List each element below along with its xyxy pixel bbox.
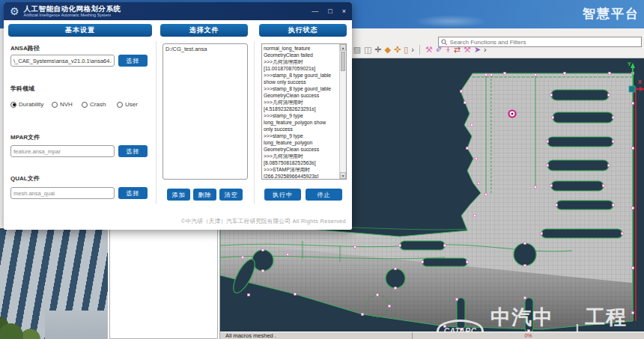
radio-dot-icon [10, 102, 16, 108]
radio-dot-icon [117, 102, 123, 108]
qual-file-input[interactable] [10, 187, 115, 199]
building-photo [0, 228, 108, 339]
domain-label: 学科领域 [10, 85, 34, 93]
ansa-path-label: ANSA路径 [10, 44, 40, 52]
platform-brand: 智慧平台 [583, 5, 640, 22]
radio-nvh[interactable]: NVH [52, 101, 82, 108]
copyright-footer: ©中汽研（天津）汽车工程研究院有限公司 All Rights Reserved [181, 218, 346, 225]
axis-x-label: X [638, 79, 642, 85]
delete-trash-icon[interactable]: ◫ [362, 44, 373, 55]
hammer-icon[interactable]: ⚒ [462, 44, 473, 55]
scrollbar-thumb[interactable] [341, 52, 345, 71]
boundary-lines [633, 73, 636, 321]
log-text: normal_long_feature GeometryClean failed… [264, 45, 338, 178]
tools-chevron-icon[interactable]: › [482, 44, 488, 55]
watermark-text-left: 中汽中心 [490, 304, 571, 332]
move-icon[interactable]: ✛ [373, 44, 383, 55]
translate-icon[interactable]: ✜ [392, 44, 402, 55]
bell-icon[interactable]: ◆ [383, 44, 392, 55]
ansa-path-input[interactable] [10, 55, 115, 67]
maximize-button[interactable]: □ [328, 7, 332, 15]
edit-sheet-icon[interactable]: ✐ [434, 44, 444, 55]
ansa-status-bar: All macros meshed . 0% [220, 332, 644, 339]
axis-y-label: Y [628, 61, 631, 67]
dialog-subtitle: Artificial Intelligence Automatic Meshin… [24, 13, 121, 18]
section-basic-settings[interactable]: 基本设置 [8, 24, 152, 37]
catarc-logo: CATARC [437, 320, 484, 332]
running-button[interactable]: 执行中 [264, 189, 301, 201]
qual-file-label: QUAL文件 [10, 174, 40, 183]
wrench-icon[interactable]: ⚒ [424, 44, 434, 55]
domain-radio-group: Durability NVH Crash User [10, 101, 153, 108]
hot-point [509, 111, 516, 117]
app-logo-icon: ⚙ [10, 5, 19, 17]
qual-browse-button[interactable]: 选择 [118, 187, 148, 199]
clear-files-button[interactable]: 清空 [219, 189, 243, 201]
mpar-file-input[interactable] [10, 145, 115, 157]
add-file-button[interactable]: 添加 [167, 189, 190, 201]
delete-file-button[interactable]: 删除 [193, 189, 216, 201]
toolbar-separator [419, 45, 420, 55]
minimize-button[interactable]: — [312, 7, 318, 15]
progress-indicator: 0% [412, 332, 644, 339]
catarc-watermark: CATARC 中汽中心 | 工程院 [437, 304, 644, 332]
log-scrollbar[interactable]: ▲ ▼ [339, 44, 346, 179]
meshing-dialog: ⚙ 人工智能自动化网格划分系统 Artificial Intelligence … [4, 2, 352, 230]
file-listbox[interactable]: D:/CG_test.ansa [162, 43, 248, 180]
file-list-item[interactable]: D:/CG_test.ansa [165, 46, 245, 52]
grid-light-icon[interactable]: ▨ [352, 44, 362, 55]
arrow-tool-icon[interactable]: ➤ [473, 44, 482, 55]
swap-arrows-icon[interactable]: ⇄ [452, 44, 462, 55]
radio-crash[interactable]: Crash [82, 101, 117, 108]
column-divider [254, 41, 255, 204]
panel-icon[interactable]: ▯ [402, 44, 410, 55]
page-side-panel [109, 227, 218, 339]
radio-durability[interactable]: Durability [10, 101, 52, 108]
close-button[interactable]: × [342, 7, 346, 15]
execution-log[interactable]: normal_long_feature GeometryClean failed… [261, 43, 347, 180]
mpar-browse-button[interactable]: 选择 [118, 145, 148, 157]
radio-user[interactable]: User [117, 101, 138, 108]
scroll-up-icon[interactable]: ▲ [340, 44, 346, 51]
watermark-text-right: 工程院 [585, 304, 644, 332]
panel-chevron-icon[interactable]: › [410, 44, 416, 55]
dialog-title-bar[interactable]: ⚙ 人工智能自动化网格划分系统 Artificial Intelligence … [4, 2, 352, 20]
radio-dot-icon [82, 102, 88, 108]
scroll-down-icon[interactable]: ▼ [340, 172, 346, 179]
section-select-files[interactable]: 选择文件 [160, 24, 248, 37]
radio-dot-icon [52, 102, 58, 108]
clamp-icon[interactable]: Ŧ [444, 44, 452, 55]
dialog-title: 人工智能自动化网格划分系统 [24, 5, 121, 13]
mpar-file-label: MPAR文件 [10, 133, 40, 141]
stop-button[interactable]: 停止 [306, 189, 342, 201]
column-divider [156, 41, 157, 204]
watermark-divider: | [575, 320, 580, 332]
ansa-path-browse-button[interactable]: 选择 [118, 55, 148, 67]
status-message: All macros meshed . [225, 332, 276, 339]
section-exec-status[interactable]: 执行状态 [259, 24, 347, 37]
